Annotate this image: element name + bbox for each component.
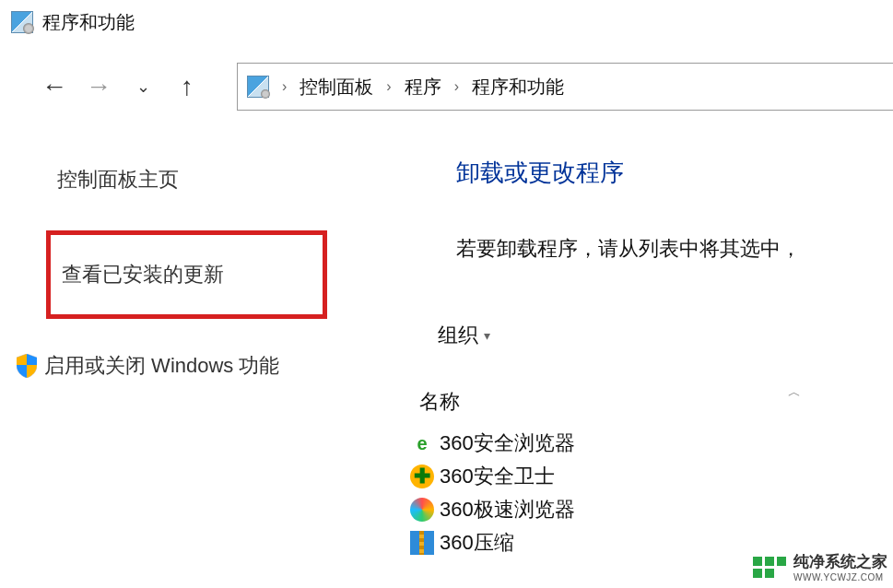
watermark-title: 纯净系统之家 bbox=[793, 551, 887, 572]
titlebar: 程序和功能 bbox=[0, 0, 893, 44]
program-name: 360安全浏览器 bbox=[440, 429, 575, 457]
breadcrumb-control-panel[interactable]: 控制面板 bbox=[294, 75, 379, 100]
watermark-url: WWW.YCWJZ.COM bbox=[793, 572, 887, 582]
arrow-up-icon: ↑ bbox=[181, 74, 194, 100]
arrow-left-icon: ← bbox=[41, 74, 67, 100]
sidebar-windows-features-link[interactable]: 启用或关闭 Windows 功能 bbox=[17, 343, 410, 389]
sort-ascending-icon: ︿ bbox=[788, 384, 801, 401]
program-list: e 360安全浏览器 ✚ 360安全卫士 360极速浏览器 360压缩 bbox=[410, 427, 893, 559]
360-safeguard-icon: ✚ bbox=[410, 465, 434, 488]
forward-button[interactable]: → bbox=[76, 65, 121, 109]
sidebar-item-label: 启用或关闭 Windows 功能 bbox=[44, 352, 279, 380]
360-zip-icon bbox=[410, 531, 434, 555]
body: 控制面板主页 查看已安装的更新 启用或关闭 Windows 功能 卸载或更改程序… bbox=[0, 129, 893, 581]
back-button[interactable]: ← bbox=[32, 65, 76, 109]
nav-toolbar: ← → ⌄ ↑ › 控制面板 › 程序 › 程序和功能 bbox=[0, 44, 893, 129]
list-toolbar: 组织 ▾ bbox=[429, 318, 893, 353]
organize-button[interactable]: 组织 ▾ bbox=[429, 318, 499, 353]
360-browser-icon bbox=[410, 498, 434, 522]
window-title: 程序和功能 bbox=[42, 10, 135, 35]
column-header-name[interactable]: 名称 bbox=[410, 384, 469, 419]
sidebar-installed-updates-link[interactable]: 查看已安装的更新 bbox=[46, 230, 327, 319]
program-name: 360压缩 bbox=[440, 529, 514, 557]
program-name: 360安全卫士 bbox=[440, 463, 555, 490]
breadcrumb-programs[interactable]: 程序 bbox=[399, 75, 447, 100]
shield-icon bbox=[17, 354, 37, 378]
sidebar-home-link[interactable]: 控制面板主页 bbox=[46, 157, 410, 203]
up-button[interactable]: ↑ bbox=[165, 65, 209, 109]
ie-style-icon: e bbox=[410, 431, 434, 455]
sidebar: 控制面板主页 查看已安装的更新 启用或关闭 Windows 功能 bbox=[0, 129, 410, 581]
breadcrumb-programs-features[interactable]: 程序和功能 bbox=[466, 75, 570, 100]
chevron-right-icon[interactable]: › bbox=[382, 78, 394, 95]
program-name: 360极速浏览器 bbox=[440, 496, 575, 523]
chevron-down-icon: ▾ bbox=[484, 328, 490, 343]
list-item[interactable]: ✚ 360安全卫士 bbox=[410, 460, 893, 493]
address-bar[interactable]: › 控制面板 › 程序 › 程序和功能 bbox=[237, 63, 893, 111]
chevron-right-icon[interactable]: › bbox=[278, 78, 290, 95]
chevron-right-icon[interactable]: › bbox=[451, 78, 463, 95]
watermark-logo-icon bbox=[753, 557, 786, 578]
main-content: 卸载或更改程序 若要卸载程序，请从列表中将其选中， 组织 ▾ 名称 ︿ e 36… bbox=[410, 129, 893, 581]
chevron-down-icon: ⌄ bbox=[136, 76, 150, 97]
page-description: 若要卸载程序，请从列表中将其选中， bbox=[456, 235, 893, 263]
recent-dropdown[interactable]: ⌄ bbox=[121, 65, 165, 109]
list-item[interactable]: e 360安全浏览器 bbox=[410, 427, 893, 460]
location-icon bbox=[247, 76, 269, 98]
programs-features-icon bbox=[11, 11, 33, 33]
arrow-right-icon: → bbox=[86, 74, 112, 100]
organize-label: 组织 bbox=[438, 322, 478, 349]
column-header-row: 名称 ︿ bbox=[410, 384, 893, 419]
page-title: 卸载或更改程序 bbox=[456, 157, 893, 189]
watermark: 纯净系统之家 WWW.YCWJZ.COM bbox=[753, 551, 887, 582]
list-item[interactable]: 360极速浏览器 bbox=[410, 493, 893, 526]
